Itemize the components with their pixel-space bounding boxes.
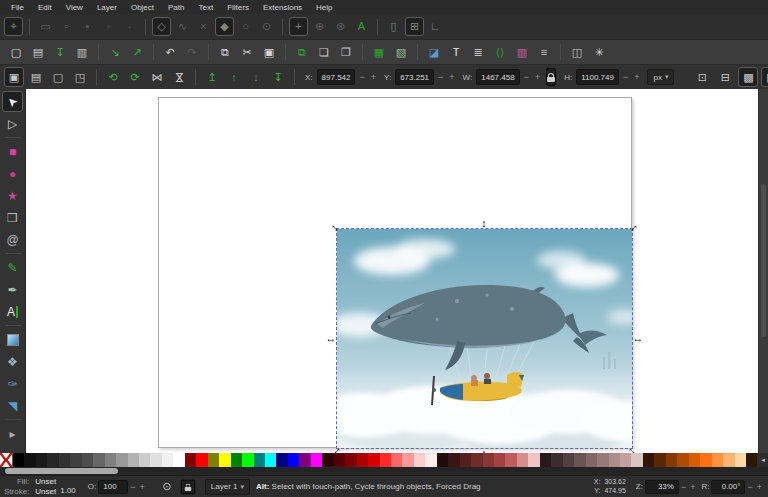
flip-horizontal-button[interactable]: ⋈ [147,67,167,87]
menu-path[interactable]: Path [161,2,191,13]
layer-visibility-button[interactable]: ⊙ [157,477,177,497]
swatch-21[interactable] [242,453,253,467]
swatch-34[interactable] [391,453,402,467]
snap-bbox-edge-midpoints-button[interactable]: ◦ [99,17,118,36]
swatch-24[interactable] [276,453,287,467]
swatch-54[interactable] [620,453,631,467]
ungroup-button[interactable]: ▧ [391,42,411,62]
selector-tool-button[interactable]: ➤ [2,91,23,112]
swatch-15[interactable] [173,453,184,467]
snap-bbox-edges-button[interactable]: ▫ [57,17,76,36]
swatch-none[interactable] [0,453,13,467]
w-plus-button[interactable]: + [533,72,542,82]
swatch-12[interactable] [139,453,150,467]
swatch-58[interactable] [666,453,677,467]
snap-guides-button[interactable]: ∟ [426,17,445,36]
swatch-2[interactable] [24,453,35,467]
width-field[interactable]: 1467.458 [476,69,519,85]
star-tool-button[interactable]: ★ [2,185,23,206]
swatch-40[interactable] [460,453,471,467]
opacity-field[interactable]: 100 [98,480,128,494]
ellipse-tool-button[interactable]: ● [2,163,23,184]
rotate-90-ccw-button[interactable]: ⟲ [103,67,123,87]
h-plus-button[interactable]: + [632,72,641,82]
swatch-18[interactable] [208,453,219,467]
swatches-dialog-button[interactable]: ▥ [512,42,532,62]
swatch-7[interactable] [82,453,93,467]
y-field[interactable]: 673.251 [395,69,434,85]
menu-view[interactable]: View [59,2,90,13]
snap-nodes-button[interactable]: ◇ [152,17,171,36]
swatch-56[interactable] [643,453,654,467]
menu-extensions[interactable]: Extensions [256,2,309,13]
dropper-tool-button[interactable]: ✑ [2,373,23,394]
zoom-plus-button[interactable]: + [688,482,697,492]
horizontal-scrollbar-thumb[interactable] [5,468,118,474]
toolbox-expand-button[interactable]: ▸ [2,423,23,444]
rotate-90-cw-button[interactable]: ⟳ [125,67,145,87]
box-3d-tool-button[interactable]: ❒ [2,207,23,228]
palette-scroll-left-icon[interactable]: ◂ [757,453,768,467]
swatch-33[interactable] [380,453,391,467]
swatch-35[interactable] [402,453,413,467]
snap-bbox-centers-button[interactable]: ∙ [120,17,139,36]
document-properties-button[interactable]: ◫ [567,42,587,62]
swatch-46[interactable] [528,453,539,467]
swatch-50[interactable] [574,453,585,467]
menu-file[interactable]: File [4,2,31,13]
spiral-tool-button[interactable]: @ [2,229,23,250]
swatch-16[interactable] [185,453,196,467]
xml-editor-button[interactable]: ⟨⟩ [490,42,510,62]
swatch-14[interactable] [162,453,173,467]
snap-rotation-centers-button[interactable]: ⊗ [331,17,350,36]
x-plus-button[interactable]: + [369,72,378,82]
swatch-64[interactable] [735,453,746,467]
menu-edit[interactable]: Edit [31,2,59,13]
swatch-23[interactable] [265,453,276,467]
document-new-button[interactable]: ▢ [6,42,26,62]
swatch-8[interactable] [93,453,104,467]
swatch-20[interactable] [231,453,242,467]
snap-bbox-corners-button[interactable]: ▪ [78,17,97,36]
snap-object-centers-button[interactable]: ⊕ [310,17,329,36]
swatch-39[interactable] [448,453,459,467]
swatch-5[interactable] [59,453,70,467]
swatch-53[interactable] [609,453,620,467]
swatch-31[interactable] [357,453,368,467]
swatch-42[interactable] [483,453,494,467]
raise-button[interactable]: ↑ [224,67,244,87]
canvas[interactable]: ↔↕↔↔↔↔↕↔ [26,89,758,453]
text-tool-button[interactable]: A [2,301,23,322]
w-minus-button[interactable]: − [522,72,531,82]
selected-image-object[interactable] [337,229,632,448]
vertical-scrollbar[interactable] [758,89,768,453]
create-clone-button[interactable]: ❏ [314,42,334,62]
swatch-36[interactable] [414,453,425,467]
opacity-plus-button[interactable]: + [138,482,147,492]
menu-object[interactable]: Object [124,2,161,13]
swatch-25[interactable] [288,453,299,467]
menu-help[interactable]: Help [309,2,339,13]
mesh-gradient-tool-button[interactable]: ❖ [2,351,23,372]
swatch-26[interactable] [299,453,310,467]
swatch-29[interactable] [334,453,345,467]
swatch-60[interactable] [689,453,700,467]
horizontal-scrollbar[interactable] [0,467,768,475]
x-minus-button[interactable]: − [357,72,366,82]
swatch-1[interactable] [13,453,24,467]
layers-dialog-button[interactable]: ≣ [468,42,488,62]
fill-stroke-indicator[interactable]: Fill: Unset Stroke: Unset [4,477,56,495]
swatch-49[interactable] [563,453,574,467]
snap-others-button[interactable]: + [289,17,308,36]
rotation-plus-button[interactable]: + [755,482,764,492]
lock-ratio-button[interactable] [546,68,556,86]
pencil-tool-button[interactable]: ✎ [2,257,23,278]
duplicate-button[interactable]: ⧉ [292,42,312,62]
gradient-tool-button[interactable] [2,329,23,350]
y-minus-button[interactable]: − [436,72,445,82]
swatch-30[interactable] [345,453,356,467]
snap-midpoints-button[interactable]: ⊙ [257,17,276,36]
select-all-button[interactable]: ▣ [4,67,24,87]
layer-dropdown[interactable]: Layer 1 ▾ [205,479,250,495]
calligraphy-tool-button[interactable]: ✒ [2,279,23,300]
